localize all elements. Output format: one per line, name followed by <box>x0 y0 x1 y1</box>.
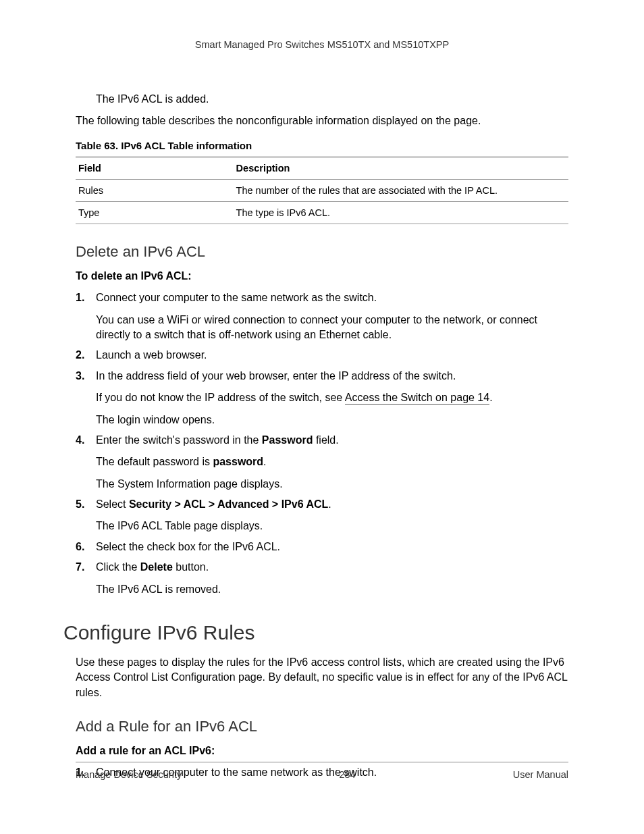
step-sub-pre: If you do not know the IP address of the… <box>96 392 345 403</box>
step-sub-post: . <box>263 456 266 467</box>
footer-right: User Manual <box>513 769 568 780</box>
add-rule-heading: Add a Rule for an IPv6 ACL <box>76 718 568 735</box>
footer-page-number: 284 <box>339 769 355 780</box>
delete-heading: Delete an IPv6 ACL <box>76 243 568 261</box>
footer-left: Manage Device Security <box>76 769 182 780</box>
step-7: Click the Delete button. The IPv6 ACL is… <box>76 560 568 597</box>
step-text-bold: Security > ACL > Advanced > IPv6 ACL <box>129 498 328 510</box>
step-sub-bold: password <box>213 456 263 467</box>
step-sub: You can use a WiFi or wired connection t… <box>96 313 568 343</box>
ipv6-acl-table: Field Description Rules The number of th… <box>76 157 568 224</box>
table-cell-field: Type <box>76 202 234 224</box>
step-sub-pre: The default password is <box>96 456 213 467</box>
step-sub: If you do not know the IP address of the… <box>96 390 568 405</box>
page-footer: Manage Device Security 284 User Manual <box>76 762 568 780</box>
intro-table-desc: The following table describes the noncon… <box>76 113 568 128</box>
step-sub: The IPv6 ACL is removed. <box>96 582 568 597</box>
step-text-pre: Enter the switch's password in the <box>96 434 262 446</box>
configure-intro: Use these pages to display the rules for… <box>76 655 568 700</box>
configure-heading: Configure IPv6 Rules <box>63 621 568 644</box>
step-text: Connect your computer to the same networ… <box>96 292 377 303</box>
step-text-pre: Click the <box>96 561 140 573</box>
intro-added: The IPv6 ACL is added. <box>96 92 568 107</box>
step-5: Select Security > ACL > Advanced > IPv6 … <box>76 497 568 534</box>
page-header-title: Smart Managed Pro Switches MS510TX and M… <box>76 39 568 50</box>
table-row: Type The type is IPv6 ACL. <box>76 202 568 224</box>
delete-lead: To delete an IPv6 ACL: <box>76 270 568 282</box>
step-text-post: button. <box>173 561 209 573</box>
step-3: In the address field of your web browser… <box>76 369 568 427</box>
step-text-post: . <box>328 498 331 510</box>
table-head-desc: Description <box>234 157 568 180</box>
step-4: Enter the switch's password in the Passw… <box>76 433 568 492</box>
step-sub: The IPv6 ACL Table page displays. <box>96 519 568 533</box>
xref-link[interactable]: Access the Switch on page 14 <box>345 392 489 405</box>
table-head-field: Field <box>76 157 234 180</box>
step-sub-post: . <box>489 392 492 403</box>
table-cell-desc: The type is IPv6 ACL. <box>234 202 568 224</box>
table-cell-field: Rules <box>76 180 234 202</box>
step-1: Connect your computer to the same networ… <box>76 290 568 342</box>
step-text-pre: Select <box>96 498 129 510</box>
step-text-post: field. <box>313 434 338 446</box>
table-cell-desc: The number of the rules that are associa… <box>234 180 568 202</box>
step-text: Select the check box for the IPv6 ACL. <box>96 541 280 552</box>
step-sub2: The login window opens. <box>96 413 568 427</box>
delete-steps-list: Connect your computer to the same networ… <box>76 290 568 597</box>
step-sub2: The System Information page displays. <box>96 477 568 492</box>
step-text: In the address field of your web browser… <box>96 370 456 382</box>
step-sub: The default password is password. <box>96 454 568 469</box>
table-caption: Table 63. IPv6 ACL Table information <box>76 140 568 151</box>
step-text-bold: Password <box>262 434 313 446</box>
add-rule-lead: Add a rule for an ACL IPv6: <box>76 745 568 757</box>
table-row: Rules The number of the rules that are a… <box>76 180 568 202</box>
step-2: Launch a web browser. <box>76 348 568 363</box>
step-text: Launch a web browser. <box>96 349 207 361</box>
step-text-bold: Delete <box>140 561 173 573</box>
step-6: Select the check box for the IPv6 ACL. <box>76 540 568 554</box>
